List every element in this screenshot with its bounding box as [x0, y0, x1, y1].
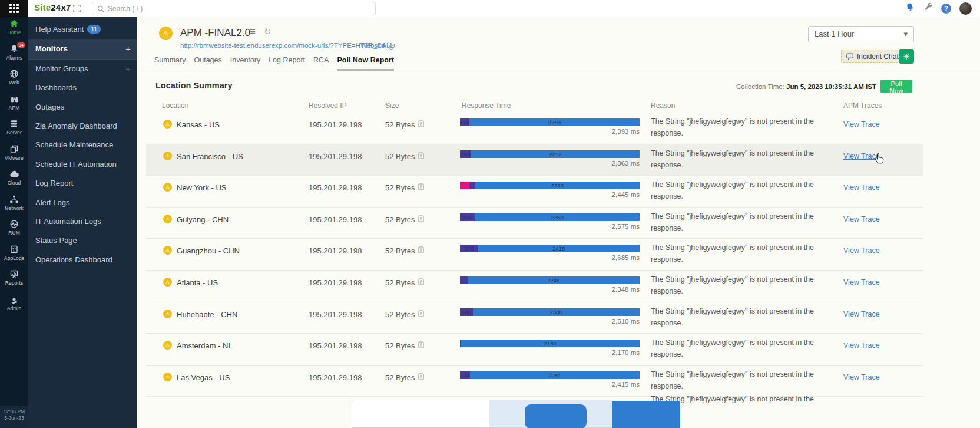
view-trace-link[interactable]: View Trace — [843, 246, 880, 255]
rail-item-apm[interactable]: APM — [0, 92, 28, 117]
sidebar-item-operations-dashboard[interactable]: Operations Dashboard — [28, 251, 137, 269]
sidebar-item-log-report[interactable]: Log Report — [28, 174, 137, 193]
sidebar-item-it-automation-logs[interactable]: IT Automation Logs — [28, 212, 137, 231]
size-value: 52 Bytes — [385, 341, 415, 350]
sidebar-item-help-assistant[interactable]: Help Assistant11 — [28, 20, 137, 39]
sidebar-item-alert-logs[interactable]: Alert Logs — [28, 193, 137, 212]
sidebar-item-monitor-groups[interactable]: Monitor Groups+ — [28, 60, 137, 78]
response-time-bar[interactable]: 2152360 — [460, 213, 640, 221]
monitor-type-label[interactable]: Website — [360, 42, 385, 49]
sidebar-item-label: Log Report — [35, 179, 73, 187]
tab-outages[interactable]: Outages — [194, 56, 221, 71]
document-icon[interactable] — [418, 152, 424, 161]
document-icon[interactable] — [418, 373, 424, 382]
site24x7-logo[interactable]: Site24x7 — [34, 2, 71, 12]
search-input[interactable]: Search ( / ) — [92, 2, 376, 15]
app-grid-button[interactable] — [0, 0, 28, 17]
table-row[interactable]: ⚠Guiyang - CHN195.201.29.19852 Bytes2152… — [146, 208, 923, 239]
rail-item-cloud[interactable]: Cloud — [0, 167, 28, 192]
rail-item-network[interactable]: Network — [0, 192, 28, 218]
add-icon[interactable]: + — [125, 39, 131, 58]
response-total: 2,393 ms — [460, 128, 640, 135]
sidebar-item-status-page[interactable]: Status Page — [28, 231, 137, 250]
tag-icon[interactable] — [388, 42, 395, 53]
document-icon[interactable] — [418, 215, 424, 224]
document-icon[interactable] — [418, 120, 424, 129]
help-icon[interactable]: ? — [941, 4, 951, 14]
rail-item-label: Alarms — [0, 55, 28, 61]
document-icon[interactable] — [418, 246, 424, 255]
bar-segment — [460, 182, 469, 189]
trouble-status-icon: ⚠ — [163, 373, 172, 381]
sidebar-item-dashboards[interactable]: Dashboards — [28, 78, 137, 97]
size-value: 52 Bytes — [385, 215, 415, 224]
notification-bell-icon[interactable] — [904, 1, 916, 15]
poll-now-button[interactable]: Poll Now — [880, 80, 912, 93]
add-icon[interactable]: + — [125, 60, 131, 78]
document-icon[interactable] — [418, 278, 424, 287]
rail-item-admin[interactable]: Admin — [0, 292, 28, 318]
document-icon[interactable] — [418, 310, 424, 319]
view-trace-link[interactable]: View Trace — [843, 120, 880, 129]
rail-item-alarms[interactable]: 34Alarms — [0, 42, 28, 67]
document-icon[interactable] — [418, 341, 424, 350]
sidebar-item-outages[interactable]: Outages — [28, 98, 137, 117]
view-trace-link[interactable]: View Trace — [843, 341, 880, 350]
response-time-bar[interactable]: 2702415 — [460, 245, 640, 252]
rail-item-label: VMware — [0, 155, 28, 161]
rail-item-label: Reports — [0, 280, 28, 286]
expand-icon[interactable] — [73, 4, 81, 15]
table-row[interactable]: ⚠Huhehaote - CHN195.201.29.19852 Bytes18… — [146, 302, 923, 334]
tab-summary[interactable]: Summary — [154, 56, 186, 71]
tab-rca[interactable]: RCA — [313, 56, 329, 71]
tab-poll-now-report[interactable]: Poll Now Report — [337, 56, 394, 71]
tab-log-report[interactable]: Log Report — [269, 56, 305, 71]
rail-item-rum[interactable]: RUM — [0, 217, 28, 242]
response-time-bar[interactable]: 2239 — [460, 182, 640, 189]
table-row[interactable]: ⚠Atlanta - US195.201.29.19852 Bytes22482… — [146, 271, 923, 302]
document-icon[interactable] — [418, 183, 424, 192]
tab-inventory[interactable]: Inventory — [230, 56, 260, 71]
view-trace-link[interactable]: View Trace — [843, 183, 880, 192]
sidebar-item-schedule-maintenance[interactable]: Schedule Maintenance — [28, 136, 137, 154]
wrench-icon[interactable] — [923, 2, 933, 14]
response-time-bar[interactable]: 1242269 — [460, 118, 640, 126]
incident-chat-button[interactable]: Incident Chat — [841, 50, 904, 63]
response-time-bar[interactable]: 1342281 — [460, 371, 640, 379]
table-row[interactable]: ⚠New York - US195.201.29.19852 Bytes2239… — [146, 176, 923, 208]
response-time-bar[interactable]: 1492212 — [460, 150, 640, 158]
rail-item-web[interactable]: Web — [0, 67, 28, 92]
sidebar-item-zia-anomaly-dashboard[interactable]: Zia Anomaly Dashboard — [28, 117, 137, 136]
view-trace-link[interactable]: View Trace — [843, 152, 880, 160]
response-time-bar[interactable]: 2248 — [460, 276, 640, 284]
view-trace-link[interactable]: View Trace — [843, 215, 880, 223]
table-row[interactable]: ⚠Amsterdam - NL195.201.29.19852 Bytes216… — [146, 334, 923, 366]
sidebar-item-label: Monitors — [35, 44, 68, 53]
network-icon — [0, 195, 28, 205]
sidebar-item-schedule-it-automation[interactable]: Schedule IT Automation — [28, 155, 137, 174]
bar-segment: 180 — [460, 308, 473, 316]
view-trace-link[interactable]: View Trace — [843, 310, 880, 318]
sidebar-item-label: Status Page — [35, 236, 77, 245]
table-row[interactable]: ⚠Kansas - US195.201.29.19852 Bytes124226… — [146, 113, 923, 144]
collection-time: Collection Time: Jun 5, 2023 10:35:31 AM… — [736, 83, 876, 90]
rail-item-home[interactable]: Home — [0, 17, 28, 42]
section-title: Location Summary — [155, 81, 233, 90]
avatar[interactable] — [959, 2, 972, 15]
refresh-icon[interactable]: ↻ — [264, 27, 272, 37]
response-time-bar[interactable]: 2160 — [460, 340, 640, 347]
rail-item-vmware[interactable]: VMware — [0, 142, 28, 167]
rail-item-server[interactable]: Server — [0, 117, 28, 142]
time-range-select[interactable]: Last 1 Hour ▾ — [808, 26, 914, 42]
hamburger-menu-icon[interactable]: ≡ — [250, 26, 256, 38]
table-row[interactable]: ⚠Guangzhou - CHN195.201.29.19852 Bytes27… — [146, 239, 923, 271]
view-trace-link[interactable]: View Trace — [843, 373, 880, 381]
table-row[interactable]: ⚠San Francisco - US195.201.29.19852 Byte… — [146, 144, 923, 176]
ai-assistant-button[interactable]: ✳ — [899, 49, 914, 64]
sidebar-item-monitors[interactable]: Monitors+ — [28, 39, 137, 59]
rail-item-applogs[interactable]: AppLogs — [0, 242, 28, 268]
response-time-bar[interactable]: 1802330 — [460, 308, 640, 316]
rail-item-reports[interactable]: Reports — [0, 267, 28, 292]
view-trace-link[interactable]: View Trace — [843, 278, 880, 287]
table-row[interactable]: ⚠Las Vegas - US195.201.29.19852 Bytes134… — [146, 366, 923, 397]
